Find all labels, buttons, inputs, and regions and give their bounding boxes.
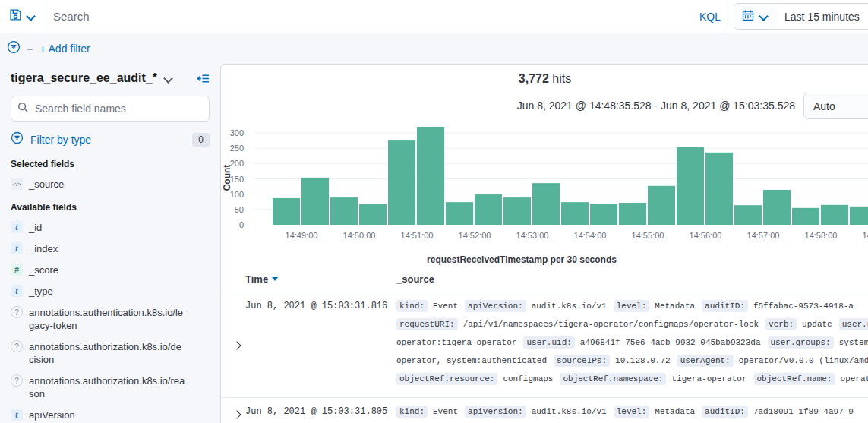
time-range-button[interactable]: Last 15 minutes bbox=[775, 11, 868, 23]
histogram-bar[interactable] bbox=[677, 147, 704, 225]
field-item[interactable]: tapiVersion bbox=[11, 409, 210, 421]
calendar-button[interactable] bbox=[734, 4, 775, 29]
source-field-value: operator, system:authenticated bbox=[396, 356, 547, 365]
field-item[interactable]: ?annotations.authentication.k8s.io/legac… bbox=[11, 306, 210, 332]
field-search-placeholder: Search field names bbox=[35, 103, 126, 115]
x-axis-tick: 14:49:00 bbox=[286, 231, 318, 240]
source-column-header: _source bbox=[396, 273, 434, 285]
source-field-key: userAgent: bbox=[677, 355, 734, 367]
interval-select[interactable]: Auto bbox=[803, 93, 868, 119]
source-field-key: apiVersion: bbox=[465, 406, 526, 418]
x-axis-tick: 14:50:00 bbox=[343, 231, 376, 240]
histogram-bar[interactable] bbox=[301, 178, 329, 225]
filter-bar: – + Add filter bbox=[0, 33, 868, 64]
source-field-value: operator:tigera-operator bbox=[396, 338, 516, 347]
source-line: requestURI:/api/v1/namespaces/tigera-ope… bbox=[396, 316, 868, 334]
field-name: _type bbox=[29, 285, 185, 298]
index-pattern-title[interactable]: tigera_secure_ee_audit_* bbox=[11, 71, 157, 85]
add-filter-button[interactable]: + Add filter bbox=[39, 43, 90, 55]
query-bar: Search KQL Last 15 minutes bbox=[0, 0, 868, 33]
chevron-down-icon bbox=[759, 11, 769, 21]
table-header: Time _source bbox=[221, 267, 868, 292]
histogram-bar[interactable] bbox=[503, 197, 531, 225]
histogram-bar[interactable] bbox=[446, 202, 473, 225]
x-axis-tick: 14:51:00 bbox=[401, 231, 434, 240]
field-type-icon: ? bbox=[11, 340, 23, 352]
field-search-input[interactable]: Search field names bbox=[11, 96, 210, 122]
field-name: _index bbox=[29, 242, 185, 255]
source-field-value: 7ad18091-1f89-4a97-9 bbox=[753, 407, 854, 416]
histogram-bar[interactable] bbox=[734, 205, 762, 225]
field-item[interactable]: t_id bbox=[11, 221, 210, 234]
histogram-bar[interactable] bbox=[850, 207, 868, 225]
field-item[interactable]: ?annotations.authorization.k8s.io/decisi… bbox=[11, 340, 210, 366]
document-row: Jun 8, 2021 @ 15:03:31.805kind:EventapiV… bbox=[221, 398, 868, 423]
histogram-bar[interactable] bbox=[330, 197, 358, 225]
source-field-key: user.username: bbox=[839, 318, 868, 330]
expand-row-button[interactable] bbox=[229, 403, 245, 421]
expand-row-button[interactable] bbox=[229, 298, 245, 389]
histogram-bar[interactable] bbox=[763, 190, 791, 225]
histogram-chart[interactable]: 05010015020025030014:49:0014:50:0014:51:… bbox=[221, 122, 868, 262]
histogram-bar[interactable] bbox=[388, 140, 415, 225]
collapse-sidebar-button[interactable] bbox=[197, 72, 210, 85]
source-field-key: level: bbox=[614, 300, 650, 312]
field-type-icon: # bbox=[11, 264, 23, 276]
histogram-bar[interactable] bbox=[821, 205, 848, 225]
source-field-value: Event bbox=[433, 301, 458, 311]
save-query-icon bbox=[9, 8, 22, 24]
field-item[interactable]: t_type bbox=[11, 285, 210, 298]
source-field-key: auditID: bbox=[702, 300, 748, 312]
source-field-key: requestURI: bbox=[396, 318, 458, 330]
field-item[interactable]: </>_source bbox=[11, 178, 210, 191]
x-axis-tick: 14:52:00 bbox=[459, 231, 491, 240]
histogram-bar[interactable] bbox=[648, 186, 675, 225]
source-field-key: sourceIPs: bbox=[554, 355, 610, 367]
kql-button[interactable]: KQL bbox=[693, 0, 728, 33]
sort-down-icon bbox=[272, 277, 278, 281]
source-field-key: apiVersion: bbox=[465, 300, 526, 312]
source-line: kind:EventapiVersion:audit.k8s.io/v1leve… bbox=[396, 298, 868, 316]
histogram-bar[interactable] bbox=[475, 194, 502, 225]
filter-in-circle-icon[interactable] bbox=[7, 40, 21, 57]
histogram-bar[interactable] bbox=[359, 204, 387, 225]
source-field-value: /api/v1/namespaces/tigera-operator/confi… bbox=[463, 320, 759, 329]
chevron-right-icon bbox=[232, 410, 241, 418]
saved-query-menu-button[interactable] bbox=[0, 0, 43, 33]
source-field-value: audit.k8s.io/v1 bbox=[532, 301, 607, 311]
source-field-value: update bbox=[802, 320, 832, 329]
filter-by-type-button[interactable]: Filter by type bbox=[30, 134, 91, 146]
histogram-bar[interactable] bbox=[417, 127, 444, 225]
filter-count-badge: 0 bbox=[192, 133, 210, 147]
histogram-bar[interactable] bbox=[792, 208, 819, 225]
search-input[interactable]: Search bbox=[43, 0, 686, 33]
field-item[interactable]: ?annotations.authorization.k8s.io/reason bbox=[11, 374, 210, 400]
histogram-bar[interactable] bbox=[590, 204, 617, 225]
search-placeholder: Search bbox=[43, 10, 90, 23]
search-icon bbox=[17, 102, 29, 116]
histogram-bar[interactable] bbox=[532, 183, 560, 225]
selected-fields-list: </>_source bbox=[11, 178, 210, 191]
chart-time-range: Jun 8, 2021 @ 14:48:35.528 - Jun 8, 2021… bbox=[517, 99, 795, 112]
hits-count: 3,772 hits bbox=[221, 72, 868, 86]
histogram-bar[interactable] bbox=[273, 198, 300, 225]
y-axis-tick: 200 bbox=[230, 159, 244, 168]
source-field-value: tigera-operator bbox=[671, 374, 746, 384]
field-item[interactable]: t_index bbox=[11, 242, 210, 255]
chevron-down-icon bbox=[26, 11, 36, 21]
x-axis-tick: 14:55:00 bbox=[632, 231, 664, 240]
source-line: operator, system:authenticatedsourceIPs:… bbox=[396, 352, 868, 371]
source-field-key: verb: bbox=[765, 318, 797, 330]
histogram-bar[interactable] bbox=[561, 202, 589, 225]
available-fields-heading: Available fields bbox=[11, 202, 210, 213]
discover-page: Search KQL Last 15 minutes bbox=[0, 0, 868, 423]
histogram-bar[interactable] bbox=[619, 203, 646, 225]
doc-timestamp: Jun 8, 2021 @ 15:03:31.805 bbox=[245, 403, 396, 421]
field-item[interactable]: #_score bbox=[11, 264, 210, 276]
x-axis-tick: 14:53:00 bbox=[516, 231, 549, 240]
document-table: Jun 8, 2021 @ 15:03:31.816kind:EventapiV… bbox=[221, 292, 868, 423]
time-column-header[interactable]: Time bbox=[245, 273, 396, 285]
histogram-bar[interactable] bbox=[705, 153, 733, 225]
x-axis-tick: 14:58:00 bbox=[805, 231, 838, 240]
x-axis-tick: 14:57:00 bbox=[747, 231, 780, 240]
